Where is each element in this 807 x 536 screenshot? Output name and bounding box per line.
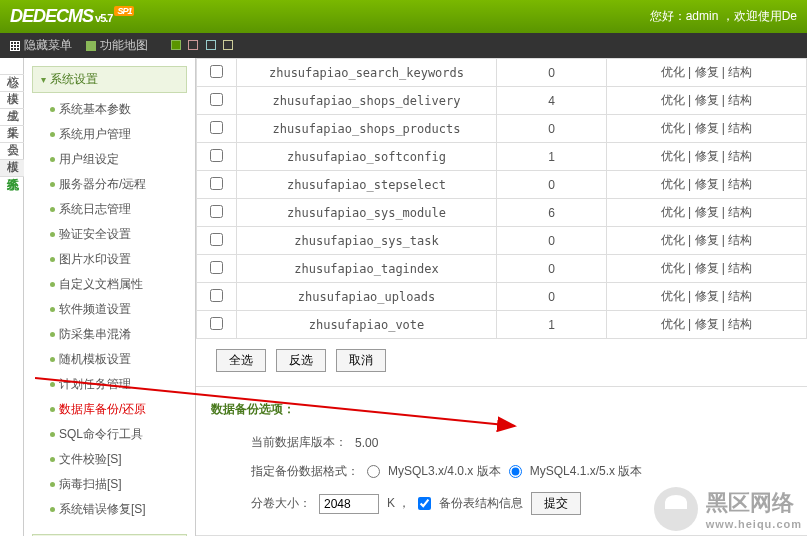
row-checkbox[interactable] (210, 261, 223, 274)
sidebar-item[interactable]: 防采集串混淆 (50, 322, 187, 347)
op-optimize[interactable]: 优化 (661, 93, 685, 107)
sidebar-item[interactable]: 文件校验[S] (50, 447, 187, 472)
table-cell-ops: 优化 | 修复 | 结构 (607, 87, 807, 115)
sidebar-item[interactable]: 服务器分布/远程 (50, 172, 187, 197)
op-repair[interactable]: 修复 (695, 121, 719, 135)
op-repair[interactable]: 修复 (695, 177, 719, 191)
table-cell-name: zhusufapiao_search_keywords (237, 59, 497, 87)
vtab-0[interactable]: 核心 (0, 58, 25, 75)
op-struct[interactable]: 结构 (728, 93, 752, 107)
table-cell-ops: 优化 | 修复 | 结构 (607, 143, 807, 171)
table-cell-count: 6 (497, 199, 607, 227)
op-optimize[interactable]: 优化 (661, 121, 685, 135)
table-row: zhusufapiao_softconfig1优化 | 修复 | 结构 (197, 143, 807, 171)
op-repair[interactable]: 修复 (695, 65, 719, 79)
op-repair[interactable]: 修复 (695, 261, 719, 275)
invert-button[interactable]: 反选 (276, 349, 326, 372)
op-optimize[interactable]: 优化 (661, 149, 685, 163)
sidebar-item[interactable]: 系统错误修复[S] (50, 497, 187, 522)
vtab-5[interactable]: 模板 (0, 143, 25, 160)
table-cell-count: 0 (497, 255, 607, 283)
cancel-button[interactable]: 取消 (336, 349, 386, 372)
table-cell-ops: 优化 | 修复 | 结构 (607, 311, 807, 339)
color-swatch[interactable] (223, 40, 233, 50)
header-bar: DEDECMS v5.7 SP1 您好：admin ，欢迎使用De (0, 0, 807, 33)
op-struct[interactable]: 结构 (728, 149, 752, 163)
op-repair[interactable]: 修复 (695, 233, 719, 247)
op-repair[interactable]: 修复 (695, 289, 719, 303)
color-swatch[interactable] (206, 40, 216, 50)
sidebar-item[interactable]: 系统用户管理 (50, 122, 187, 147)
vtab-2[interactable]: 生成 (0, 92, 25, 109)
sidebar-group-title[interactable]: 系统设置 (32, 66, 187, 93)
op-struct[interactable]: 结构 (728, 233, 752, 247)
toolbar-favorite[interactable]: 隐藏菜单 (24, 37, 72, 54)
op-optimize[interactable]: 优化 (661, 261, 685, 275)
vtab-1[interactable]: 模块 (0, 75, 25, 92)
sidebar-item[interactable]: SQL命令行工具 (50, 422, 187, 447)
sidebar-item[interactable]: 系统基本参数 (50, 97, 187, 122)
op-optimize[interactable]: 优化 (661, 205, 685, 219)
selectall-button[interactable]: 全选 (216, 349, 266, 372)
sidebar-item[interactable]: 软件频道设置 (50, 297, 187, 322)
op-optimize[interactable]: 优化 (661, 65, 685, 79)
format-radio-1[interactable] (367, 465, 380, 478)
sidebar: 系统设置系统基本参数系统用户管理用户组设定服务器分布/远程系统日志管理验证安全设… (24, 58, 196, 536)
sidebar-item[interactable]: 系统日志管理 (50, 197, 187, 222)
sidebar-item[interactable]: 计划任务管理 (50, 372, 187, 397)
op-struct[interactable]: 结构 (728, 121, 752, 135)
sidebar-item[interactable]: 自定义文档属性 (50, 272, 187, 297)
table-cell-ops: 优化 | 修复 | 结构 (607, 283, 807, 311)
row-checkbox[interactable] (210, 205, 223, 218)
row-checkbox[interactable] (210, 149, 223, 162)
op-optimize[interactable]: 优化 (661, 317, 685, 331)
op-repair[interactable]: 修复 (695, 317, 719, 331)
table-cell-count: 0 (497, 227, 607, 255)
row-checkbox[interactable] (210, 177, 223, 190)
struct-checkbox[interactable] (418, 497, 431, 510)
row-checkbox[interactable] (210, 93, 223, 106)
op-optimize[interactable]: 优化 (661, 233, 685, 247)
op-struct[interactable]: 结构 (728, 177, 752, 191)
sidebar-item[interactable]: 用户组设定 (50, 147, 187, 172)
welcome-text: 您好：admin ，欢迎使用De (650, 8, 797, 25)
op-struct[interactable]: 结构 (728, 261, 752, 275)
table-cell-name: zhusufapiao_sys_task (237, 227, 497, 255)
op-struct[interactable]: 结构 (728, 65, 752, 79)
table-row: zhusufapiao_stepselect0优化 | 修复 | 结构 (197, 171, 807, 199)
row-checkbox[interactable] (210, 65, 223, 78)
watermark: 黑区网络 www.heiqu.com (654, 487, 802, 531)
table-cell-ops: 优化 | 修复 | 结构 (607, 255, 807, 283)
format-radio-2[interactable] (509, 465, 522, 478)
op-repair[interactable]: 修复 (695, 205, 719, 219)
row-checkbox[interactable] (210, 121, 223, 134)
color-swatch[interactable] (171, 40, 181, 50)
op-struct[interactable]: 结构 (728, 205, 752, 219)
sidebar-item[interactable]: 随机模板设置 (50, 347, 187, 372)
table-cell-count: 0 (497, 171, 607, 199)
table-cell-count: 0 (497, 283, 607, 311)
color-swatch[interactable] (188, 40, 198, 50)
sidebar-item[interactable]: 病毒扫描[S] (50, 472, 187, 497)
sidebar-item[interactable]: 验证安全设置 (50, 222, 187, 247)
sidebar-item[interactable]: 数据库备份/还原 (50, 397, 187, 422)
op-struct[interactable]: 结构 (728, 317, 752, 331)
op-optimize[interactable]: 优化 (661, 177, 685, 191)
submit-button[interactable]: 提交 (531, 492, 581, 515)
toolbar-sitemap[interactable]: 功能地图 (100, 37, 148, 54)
row-checkbox[interactable] (210, 289, 223, 302)
vtab-3[interactable]: 采集 (0, 109, 25, 126)
op-repair[interactable]: 修复 (695, 149, 719, 163)
vtab-6[interactable]: 系统 (0, 160, 25, 177)
op-struct[interactable]: 结构 (728, 289, 752, 303)
table-cell-ops: 优化 | 修复 | 结构 (607, 171, 807, 199)
op-repair[interactable]: 修复 (695, 93, 719, 107)
logo: DEDECMS v5.7 SP1 (10, 6, 134, 27)
row-checkbox[interactable] (210, 233, 223, 246)
row-checkbox[interactable] (210, 317, 223, 330)
size-input[interactable] (319, 494, 379, 514)
op-optimize[interactable]: 优化 (661, 289, 685, 303)
sidebar-item[interactable]: 图片水印设置 (50, 247, 187, 272)
table-cell-name: zhusufapiao_uploads (237, 283, 497, 311)
vtab-4[interactable]: 会员 (0, 126, 25, 143)
